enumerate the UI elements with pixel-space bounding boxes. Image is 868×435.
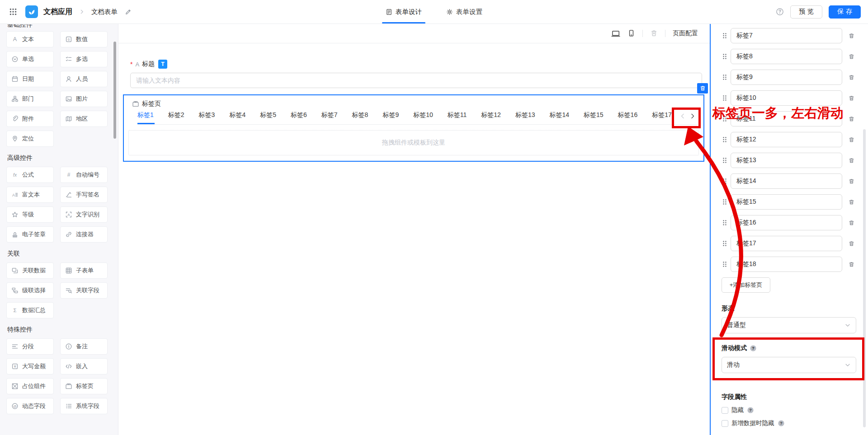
tab-name-input[interactable] [731, 236, 842, 251]
delete-tab-icon[interactable] [846, 220, 856, 226]
tab-name-input[interactable] [731, 173, 842, 189]
palette-item-richtext[interactable]: A富文本 [6, 187, 54, 203]
drag-handle-icon[interactable] [722, 240, 731, 247]
canvas-tab-标签9[interactable]: 标签9 [382, 111, 399, 124]
delete-tab-icon[interactable] [846, 116, 856, 122]
drag-handle-icon[interactable] [722, 74, 731, 81]
palette-item-sign[interactable]: 手写签名 [60, 187, 108, 203]
delete-tab-icon[interactable] [846, 240, 856, 247]
title-text-input[interactable] [130, 73, 702, 88]
canvas-tab-标签17[interactable]: 标签17 [652, 111, 672, 124]
palette-item-summary[interactable]: Σ数据汇总 [6, 302, 54, 318]
palette-item-autonum[interactable]: #自动编号 [60, 167, 108, 183]
tab-name-input[interactable] [731, 90, 842, 106]
tab-name-input[interactable] [731, 215, 842, 230]
drag-handle-icon[interactable] [722, 198, 731, 206]
save-button[interactable]: 保存 [829, 5, 861, 19]
tab-name-input[interactable] [731, 49, 842, 64]
settings-panel-scrollbar[interactable] [863, 129, 866, 427]
canvas-tab-标签16[interactable]: 标签16 [618, 111, 638, 124]
palette-item-connector[interactable]: 连接器 [60, 226, 108, 243]
palette-item-amount[interactable]: ¥大写金额 [6, 358, 54, 374]
clear-canvas-trash-icon[interactable] [650, 29, 658, 37]
palette-item-tabs[interactable]: 标签页 [60, 378, 108, 394]
palette-item-reldata[interactable]: 关联数据 [6, 262, 54, 279]
canvas-tab-标签13[interactable]: 标签13 [515, 111, 535, 124]
delete-tab-icon[interactable] [846, 157, 856, 164]
hide-on-new-checkbox[interactable] [722, 420, 728, 427]
desktop-view-icon[interactable] [611, 29, 620, 37]
help-icon[interactable] [776, 8, 784, 16]
hide-checkbox[interactable] [722, 407, 728, 414]
palette-item-ocr[interactable]: A文字识别 [60, 206, 108, 223]
title-type-badge[interactable]: T [158, 60, 167, 69]
palette-item-stamp[interactable]: 电子签章 [6, 226, 54, 243]
page-config-button[interactable]: 页面配置 [673, 29, 698, 37]
delete-tab-icon[interactable] [846, 261, 856, 268]
palette-item-text[interactable]: A文本 [6, 31, 54, 47]
palette-item-image[interactable]: 图片 [60, 91, 108, 107]
palette-item-note[interactable]: 备注 [60, 338, 108, 355]
canvas-tab-标签15[interactable]: 标签15 [584, 111, 604, 124]
delete-tab-icon[interactable] [846, 199, 856, 206]
drag-handle-icon[interactable] [722, 136, 731, 143]
palette-item-subform[interactable]: 子表单 [60, 262, 108, 279]
delete-tab-icon[interactable] [846, 74, 856, 81]
canvas-tab-标签14[interactable]: 标签14 [549, 111, 569, 124]
delete-tab-icon[interactable] [846, 33, 856, 39]
delete-tab-icon[interactable] [846, 136, 856, 143]
palette-item-attach[interactable]: 附件 [6, 111, 54, 127]
palette-item-formula[interactable]: fx公式 [6, 167, 54, 183]
palette-item-cascade[interactable]: 级联选择 [6, 282, 54, 299]
tabs-component-selected[interactable]: 标签页 标签1标签2标签3标签4标签5标签6标签7标签8标签9标签10标签11标… [123, 94, 704, 162]
drag-handle-icon[interactable] [722, 178, 731, 185]
palette-item-section[interactable]: 分段 [6, 338, 54, 355]
slide-mode-help-icon[interactable]: ? [750, 345, 757, 352]
canvas-tab-标签2[interactable]: 标签2 [168, 111, 184, 124]
palette-item-dept[interactable]: 部门 [6, 91, 54, 107]
drag-handle-icon[interactable] [722, 219, 731, 226]
drag-handle-icon[interactable] [722, 53, 731, 60]
palette-item-location[interactable]: 定位 [6, 131, 54, 147]
canvas-tab-标签3[interactable]: 标签3 [199, 111, 215, 124]
canvas-tab-标签12[interactable]: 标签12 [481, 111, 501, 124]
palette-item-embed[interactable]: 嵌入 [60, 358, 108, 374]
sidebar-scrollbar[interactable] [113, 42, 116, 139]
delete-component-button[interactable] [697, 83, 708, 94]
drag-handle-icon[interactable] [722, 157, 731, 164]
component-dropzone[interactable]: 拖拽组件或模板到这里 [128, 130, 699, 155]
drag-handle-icon[interactable] [722, 94, 731, 102]
canvas-tab-标签6[interactable]: 标签6 [291, 111, 307, 124]
canvas-tab-标签11[interactable]: 标签11 [448, 111, 467, 124]
hide-on-new-help-icon[interactable]: ? [778, 420, 785, 427]
tab-form-design[interactable]: 表单设计 [384, 0, 424, 23]
drag-handle-icon[interactable] [722, 32, 731, 39]
shape-select[interactable]: 普通型 [722, 317, 856, 333]
tab-name-input[interactable] [731, 257, 842, 272]
canvas-tab-标签5[interactable]: 标签5 [260, 111, 276, 124]
tab-name-input[interactable] [731, 70, 842, 85]
tab-name-input[interactable] [731, 153, 842, 168]
tab-name-input[interactable] [731, 132, 842, 147]
preview-button[interactable]: 预览 [790, 5, 822, 19]
palette-item-region[interactable]: 地区 [60, 111, 108, 127]
drag-handle-icon[interactable] [722, 261, 731, 268]
slide-mode-select[interactable]: 滑动 [722, 357, 856, 373]
palette-item-placeholder[interactable]: 占位组件 [6, 378, 54, 394]
mobile-view-icon[interactable] [627, 29, 635, 37]
scroll-tabs-left-icon[interactable] [678, 112, 687, 121]
palette-item-system[interactable]: 系统字段 [60, 398, 108, 414]
canvas-tab-标签7[interactable]: 标签7 [321, 111, 338, 124]
palette-item-person[interactable]: 人员 [60, 71, 108, 87]
add-tab-button[interactable]: +添加标签页 [722, 277, 770, 293]
tab-name-input[interactable] [731, 194, 842, 210]
delete-tab-icon[interactable] [846, 95, 856, 102]
canvas-tab-标签8[interactable]: 标签8 [352, 111, 368, 124]
rename-pencil-icon[interactable] [125, 9, 132, 15]
scroll-tabs-right-icon[interactable] [688, 112, 697, 121]
palette-item-rating[interactable]: 等级 [6, 206, 54, 223]
delete-tab-icon[interactable] [846, 178, 856, 185]
palette-item-dynamic[interactable]: @动态字段 [6, 398, 54, 414]
canvas-tab-标签1[interactable]: 标签1 [137, 111, 154, 124]
palette-item-date[interactable]: 日期 [6, 71, 54, 87]
